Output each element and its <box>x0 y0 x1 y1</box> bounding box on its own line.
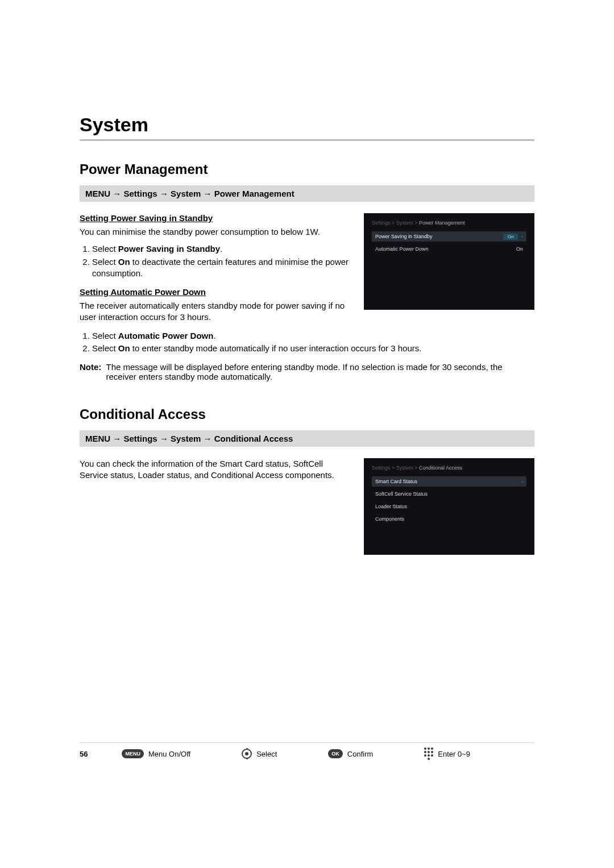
screenshot-breadcrumb: Settings > System > Power Management <box>372 220 526 226</box>
screenshot-power-management: Settings > System > Power Management Pow… <box>364 213 534 310</box>
subheading-auto-power-down: Setting Automatic Power Down <box>80 287 350 297</box>
step-bold: On <box>118 257 130 267</box>
menu-path-conditional-access: MENU → Settings → System → Conditional A… <box>80 430 534 447</box>
screenshot-row: Loader Status <box>372 501 526 512</box>
row-label: Power Saving in Standby <box>375 234 433 239</box>
menu-path-power-management: MENU → Settings → System → Power Managem… <box>80 185 534 202</box>
arrow-icon: → <box>113 189 121 198</box>
menu-path-segment: System <box>171 189 201 198</box>
conditional-access-text: You can check the information of the Sma… <box>80 458 350 487</box>
body-text: The receiver automatically enters standb… <box>80 300 350 323</box>
menu-path-segment: MENU <box>85 189 110 198</box>
conditional-access-content: You can check the information of the Sma… <box>80 458 534 555</box>
arrow-icon: → <box>160 189 168 198</box>
menu-button-icon: MENU <box>122 749 144 758</box>
ok-button-icon: OK <box>328 749 343 758</box>
arrow-icon: → <box>204 189 212 198</box>
step-item: Select Power Saving in Standby. <box>92 243 350 255</box>
chevron-right-icon: › <box>521 234 523 239</box>
screenshot-row: Components <box>372 514 526 524</box>
breadcrumb-prefix: Settings > System > <box>372 220 419 226</box>
legend-item-select: Select <box>242 749 277 759</box>
step-text: to deactivate the certain features and m… <box>92 257 349 278</box>
menu-path-segment: System <box>171 434 201 443</box>
page-number: 56 <box>80 750 88 758</box>
body-text: You can check the information of the Sma… <box>80 458 350 481</box>
footer: 56 MENU Menu On/Off Select OK <box>80 742 534 760</box>
screenshot-row: SoftCell Service Status <box>372 489 526 499</box>
menu-path-segment: Settings <box>124 434 157 443</box>
step-text: to enter standby mode automatically if n… <box>130 343 422 353</box>
screenshot-conditional-access: Settings > System > Conditional Access S… <box>364 458 534 555</box>
icon-pill-label: MENU <box>122 749 144 758</box>
legend-label: Confirm <box>347 750 374 758</box>
menu-path-segment: Settings <box>124 189 157 198</box>
page: System Power Management MENU → Settings … <box>0 0 614 868</box>
legend-label: Menu On/Off <box>148 750 190 758</box>
legend-label: Select <box>256 750 277 758</box>
step-text: Select <box>92 343 118 353</box>
row-label: Loader Status <box>375 504 407 509</box>
legend-row: 56 MENU Menu On/Off Select OK <box>80 747 534 760</box>
row-value: On <box>516 246 523 252</box>
nav-dot-icon <box>242 749 252 759</box>
section-title-power-management: Power Management <box>80 161 534 177</box>
step-item: Select On to deactivate the certain feat… <box>92 256 350 280</box>
steps-list: Select Automatic Power Down. Select On t… <box>80 330 534 355</box>
numpad-icon <box>424 747 433 760</box>
row-label: SoftCell Service Status <box>375 491 428 497</box>
legend-item-ok: OK Confirm <box>328 749 373 758</box>
arrow-icon: → <box>113 434 121 443</box>
step-bold: On <box>118 343 130 353</box>
step-text: Select <box>92 244 118 254</box>
screenshot-row-selected: Power Saving in Standby On› <box>372 231 526 242</box>
menu-path-segment: MENU <box>85 434 110 443</box>
breadcrumb-current: Conditional Access <box>419 465 462 471</box>
legend-label: Enter 0~9 <box>438 750 470 758</box>
step-text: Select <box>92 257 118 267</box>
icon-pill-label: OK <box>328 749 343 758</box>
legend-item-numpad: Enter 0~9 <box>424 747 470 760</box>
chevron-right-icon: › <box>521 479 523 484</box>
step-text: . <box>213 331 215 340</box>
power-management-content: Setting Power Saving in Standby You can … <box>80 213 534 329</box>
power-management-text: Setting Power Saving in Standby You can … <box>80 213 350 329</box>
note-block: Note: The message will be displayed befo… <box>80 362 534 381</box>
body-text: You can minimise the standby power consu… <box>80 226 350 238</box>
section-title-conditional-access: Conditional Access <box>80 406 534 422</box>
step-bold: Automatic Power Down <box>118 331 214 340</box>
row-label: Smart Card Status <box>375 479 417 484</box>
menu-path-segment: Power Management <box>214 189 294 198</box>
step-item: Select On to enter standby mode automati… <box>92 343 534 354</box>
legend-item-menu: MENU Menu On/Off <box>122 749 190 758</box>
row-label: Components <box>375 516 404 522</box>
footer-rule <box>80 742 534 743</box>
step-text: Select <box>92 331 118 340</box>
subheading-power-saving: Setting Power Saving in Standby <box>80 213 350 223</box>
step-item: Select Automatic Power Down. <box>92 330 534 342</box>
chapter-title: System <box>80 114 534 136</box>
screenshot-row: Automatic Power Down On <box>372 244 526 254</box>
note-label: Note: <box>80 362 101 372</box>
arrow-icon: → <box>204 434 212 443</box>
note-text: The message will be displayed before ent… <box>106 362 532 381</box>
breadcrumb-current: Power Management <box>419 220 465 226</box>
screenshot-breadcrumb: Settings > System > Conditional Access <box>372 465 526 471</box>
step-bold: Power Saving in Standby <box>118 244 220 254</box>
chapter-rule <box>80 139 534 141</box>
screenshot-row-selected: Smart Card Status › <box>372 476 526 487</box>
step-text: . <box>220 244 222 254</box>
row-label: Automatic Power Down <box>375 246 429 252</box>
breadcrumb-prefix: Settings > System > <box>372 465 419 471</box>
row-value-pill: On <box>503 234 518 240</box>
arrow-icon: → <box>160 434 168 443</box>
steps-list: Select Power Saving in Standby. Select O… <box>80 243 350 279</box>
menu-path-segment: Conditional Access <box>214 434 293 443</box>
